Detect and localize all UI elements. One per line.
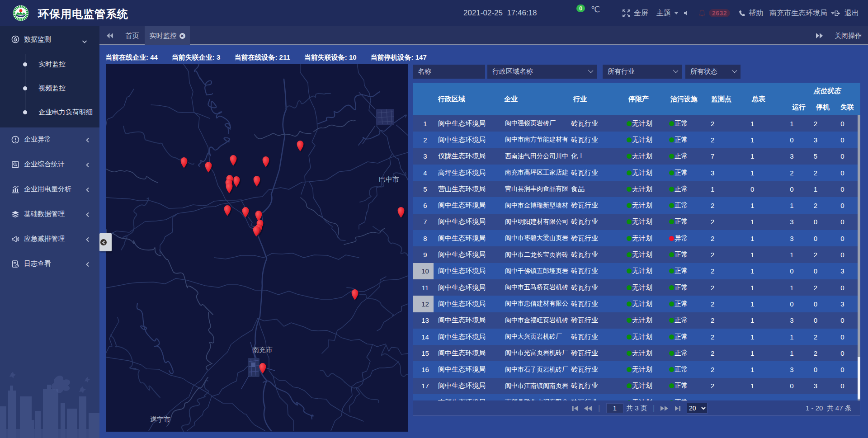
svg-text:南充市: 南充市 (252, 346, 273, 353)
svg-text:遂宁市: 遂宁市 (150, 415, 170, 423)
svg-text:巴中市: 巴中市 (379, 175, 399, 183)
